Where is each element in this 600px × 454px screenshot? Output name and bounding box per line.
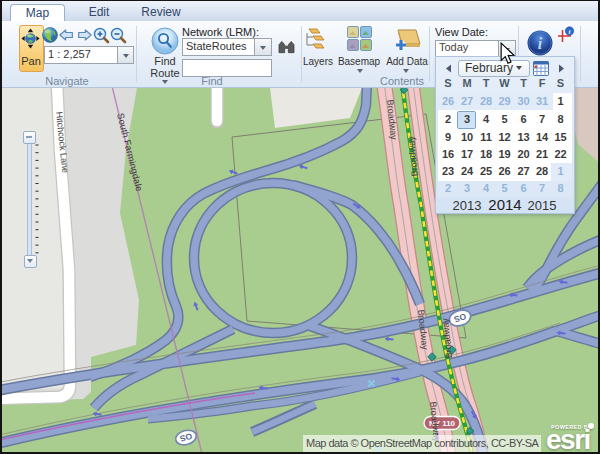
svg-text:i: i <box>538 35 543 52</box>
svg-text:i: i <box>569 28 571 36</box>
